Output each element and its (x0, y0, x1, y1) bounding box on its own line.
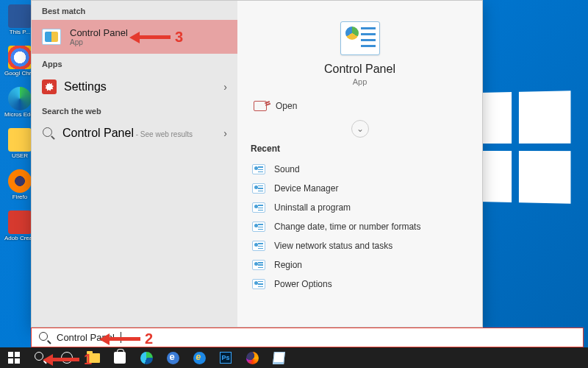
control-panel-icon (252, 164, 265, 174)
taskbar-app-store[interactable] (107, 347, 132, 368)
recent-item-label: Region (274, 260, 302, 270)
recent-item-label: Change date, time or number formats (274, 222, 420, 232)
result-label: Settings (64, 80, 107, 93)
search-result-web[interactable]: Control Panel - See web results › (32, 120, 237, 146)
recent-item-label: Device Manager (274, 183, 338, 194)
control-panel-icon (252, 202, 265, 213)
recent-item[interactable]: Device Manager (251, 179, 469, 198)
preview-title: Control Panel (251, 63, 469, 76)
search-results-column: Best match Control Panel App Apps Settin… (32, 1, 237, 327)
taskbar-app-ie[interactable] (187, 347, 212, 368)
recent-item[interactable]: Change date, time or number formats (251, 217, 469, 236)
recent-item[interactable]: Power Options (251, 275, 469, 294)
control-panel-icon (252, 260, 265, 270)
control-panel-icon (252, 279, 265, 289)
search-preview-pane: Control Panel App Open ⌄ Recent SoundDev… (237, 1, 482, 327)
control-panel-icon (252, 183, 265, 194)
taskbar-app-edge[interactable] (134, 347, 159, 368)
web-result-title: Control Panel (62, 127, 134, 139)
annotation-arrow-1: 1 (43, 351, 92, 368)
section-header-web: Search the web (32, 101, 237, 120)
open-action[interactable]: Open (251, 91, 469, 118)
recent-item-label: Power Options (274, 279, 332, 289)
search-result-settings[interactable]: Settings › (32, 73, 237, 101)
recent-item[interactable]: Uninstall a program (251, 198, 469, 217)
chevron-right-icon: › (223, 81, 227, 93)
best-match-subtitle: App (70, 38, 128, 46)
ie-icon (193, 352, 206, 364)
open-icon (254, 101, 267, 111)
control-panel-icon (42, 29, 61, 45)
recent-item-label: View network status and tasks (274, 241, 392, 251)
search-icon (42, 127, 55, 140)
recent-item-label: Sound (274, 164, 300, 174)
photoshop-icon: Ps (220, 352, 232, 364)
taskbar-app-firefox[interactable] (240, 347, 265, 368)
start-search-panel: Best match Control Panel App Apps Settin… (31, 0, 483, 328)
settings-icon (42, 79, 57, 94)
recent-item[interactable]: Region (251, 255, 469, 275)
recent-list: SoundDevice ManagerUninstall a programCh… (251, 160, 469, 294)
edge-icon (140, 352, 153, 364)
edge-legacy-icon (167, 352, 179, 364)
notepad-icon (273, 352, 285, 364)
annotation-arrow-2: 2 (99, 330, 153, 347)
preview-subtitle: App (251, 77, 469, 86)
web-result-suffix: - See web results (134, 130, 193, 138)
taskbar-app-edge-legacy[interactable] (160, 347, 185, 368)
best-match-title: Control Panel (70, 27, 128, 38)
control-panel-icon (340, 21, 380, 55)
recent-item[interactable]: View network status and tasks (251, 236, 469, 255)
section-header-best-match: Best match (32, 1, 237, 20)
store-icon (114, 352, 126, 364)
chevron-down-icon[interactable]: ⌄ (351, 120, 369, 138)
control-panel-icon (252, 241, 265, 251)
section-header-apps: Apps (32, 54, 237, 73)
firefox-icon (246, 352, 259, 364)
recent-item[interactable]: Sound (251, 160, 469, 179)
chevron-right-icon: › (223, 127, 227, 139)
start-button[interactable] (1, 347, 26, 368)
annotation-arrow-3: 3 (129, 29, 183, 46)
open-label: Open (276, 101, 297, 111)
recent-item-label: Uninstall a program (274, 202, 351, 213)
taskbar-app-notepad[interactable] (266, 347, 291, 368)
recent-header: Recent (251, 144, 469, 154)
control-panel-icon (252, 222, 265, 232)
taskbar-app-photoshop[interactable]: Ps (213, 347, 238, 368)
windows-icon (8, 352, 20, 364)
search-icon (39, 332, 51, 344)
